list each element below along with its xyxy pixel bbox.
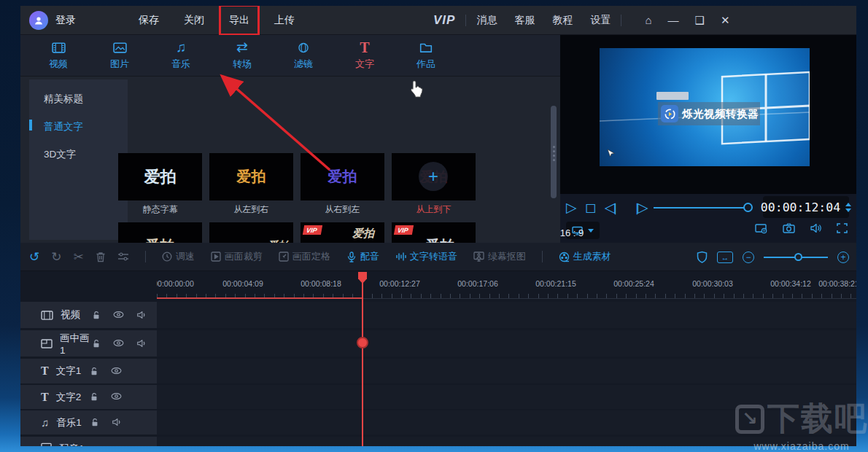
tab-label: 图片 — [110, 58, 129, 71]
effect-tile-bottom-to-top[interactable]: 爱拍 — [118, 222, 202, 243]
seek-knob[interactable] — [743, 203, 753, 212]
home-icon[interactable]: ⌂ — [645, 14, 651, 26]
tab-video[interactable]: 视频 — [36, 35, 80, 76]
lock-icon[interactable] — [90, 392, 98, 402]
timeline-ruler[interactable]: 00:00:00:00 00:00:04:09 00:00:08:18 00:0… — [157, 273, 856, 299]
play-button[interactable]: ▷ — [566, 200, 577, 217]
volume-icon[interactable] — [810, 223, 822, 234]
export-button[interactable]: 导出 — [229, 14, 249, 27]
ruler-tick: 00:00:08:18 — [301, 279, 341, 288]
tab-filter[interactable]: 滤镜 — [282, 35, 325, 76]
zoom-knob[interactable] — [794, 253, 802, 261]
playhead-handle[interactable] — [357, 337, 368, 348]
video-preview[interactable]: 烁光视频转换器 — [600, 48, 810, 166]
vip-button[interactable]: VIP — [433, 13, 455, 28]
visibility-eye-icon[interactable] — [113, 311, 124, 320]
text1-lane[interactable] — [157, 359, 856, 383]
display-settings-icon[interactable] — [755, 223, 768, 234]
settings-button[interactable]: 设置 — [590, 14, 611, 27]
upload-button[interactable]: 上传 — [274, 14, 295, 27]
effect-tile-steady-right[interactable]: 爱拍 — [209, 222, 293, 243]
step-up-icon[interactable] — [845, 203, 851, 206]
close-button[interactable]: ✕ — [721, 14, 730, 27]
tab-text[interactable]: T 文字 — [343, 35, 387, 76]
mute-speaker-icon[interactable] — [112, 418, 122, 427]
cut-button[interactable]: ✂ — [74, 249, 84, 265]
timecode-stepper[interactable] — [845, 203, 851, 212]
text2-lane[interactable] — [157, 385, 856, 409]
greenscreen-label: 绿幕抠图 — [488, 250, 526, 263]
tab-works[interactable]: 作品 — [404, 35, 448, 76]
music-lane[interactable] — [157, 410, 856, 435]
step-down-icon[interactable] — [845, 209, 851, 212]
visibility-eye-icon[interactable] — [113, 339, 124, 348]
generate-material-button[interactable]: 生成素材 — [559, 250, 611, 263]
sidebar-item-normal-text[interactable]: 普通文字 — [29, 113, 128, 141]
effect-preview-text: 爱拍 — [209, 153, 293, 200]
delete-button[interactable] — [96, 252, 106, 262]
minimize-button[interactable]: — — [667, 14, 678, 26]
maximize-button[interactable]: ❑ — [694, 14, 704, 27]
edit-toolbar: ↺ ↻ ✂ 调速 画面裁剪 画面定格 配音 文字转语音 绿幕抠图 — [20, 243, 856, 271]
dub-lane[interactable] — [157, 437, 856, 446]
timeline-zoom-slider[interactable] — [764, 257, 828, 258]
effect-tile-steady-up[interactable]: VIP 爱拍 — [301, 222, 384, 243]
video-lane[interactable] — [157, 302, 856, 328]
lock-icon[interactable] — [90, 367, 98, 376]
lock-icon[interactable] — [92, 311, 101, 320]
seek-slider[interactable] — [654, 207, 748, 209]
effect-tile-top-to-bottom[interactable]: 爱拍 + — [392, 153, 476, 200]
tab-transition[interactable]: ⇄ 转场 — [220, 35, 264, 76]
pip-lane[interactable] — [157, 330, 856, 356]
add-effect-button[interactable]: + — [419, 162, 448, 191]
tab-image[interactable]: 图片 — [98, 35, 142, 76]
effect-tile-left-to-right[interactable]: 爱拍 — [209, 153, 293, 200]
tts-button[interactable]: 文字转语音 — [395, 250, 457, 263]
crop-button[interactable]: 画面裁剪 — [211, 250, 263, 263]
tab-music[interactable]: ♫ 音乐 — [159, 35, 203, 76]
tutorial-button[interactable]: 教程 — [552, 14, 573, 27]
stop-button[interactable]: ◻ — [585, 200, 597, 217]
playhead-line[interactable] — [362, 273, 363, 446]
close-project-button[interactable]: 关闭 — [184, 14, 204, 27]
track-row-pip: 画中画1 — [20, 330, 856, 356]
mute-speaker-icon[interactable] — [136, 311, 147, 320]
undo-button[interactable]: ↺ — [29, 249, 39, 265]
speed-button[interactable]: 调速 — [162, 250, 195, 263]
track-settings-button[interactable] — [117, 252, 129, 262]
sidebar-item-fancy-titles[interactable]: 精美标题 — [29, 85, 128, 113]
prev-frame-button[interactable]: ◁▏ — [604, 200, 622, 217]
effect-tile-static[interactable]: 爱拍 — [118, 153, 202, 200]
aspect-ratio-dropdown[interactable]: 16 : 9 — [566, 222, 600, 239]
effect-tile-right-to-left[interactable]: 爱拍 — [301, 153, 384, 200]
fullscreen-icon[interactable] — [837, 223, 848, 234]
tab-label: 文字 — [355, 58, 374, 71]
lock-icon[interactable] — [90, 418, 99, 427]
zoom-out-button[interactable]: − — [743, 252, 754, 263]
timecode-box: 00:00:12:04 — [763, 196, 849, 218]
snapshot-camera-icon[interactable] — [783, 223, 795, 234]
messages-button[interactable]: 消息 — [476, 14, 497, 27]
dub-track-icon — [41, 443, 52, 446]
effect-preview-text: 爱拍 — [118, 153, 202, 200]
freeze-frame-button[interactable]: 画面定格 — [279, 250, 330, 263]
fit-timeline-icon[interactable]: ↔ — [717, 252, 733, 263]
support-button[interactable]: 客服 — [514, 14, 535, 27]
effect-preview-text: 爱拍 — [118, 222, 202, 243]
user-avatar[interactable] — [29, 11, 48, 30]
next-frame-button[interactable]: ▕▷ — [630, 200, 648, 217]
redo-button[interactable]: ↻ — [51, 249, 61, 265]
lock-icon[interactable] — [92, 339, 101, 348]
shield-icon[interactable] — [697, 251, 708, 263]
mute-speaker-icon[interactable] — [136, 339, 147, 348]
greenscreen-button[interactable]: 绿幕抠图 — [473, 250, 526, 263]
visibility-eye-icon[interactable] — [111, 392, 122, 402]
zoom-in-button[interactable]: + — [837, 252, 849, 263]
sidebar-item-3d-text[interactable]: 3D文字 — [29, 141, 128, 168]
effects-scrollbar[interactable] — [551, 106, 557, 198]
visibility-eye-icon[interactable] — [111, 367, 122, 376]
effect-tile-fade[interactable]: VIP 爱拍 — [392, 222, 476, 243]
save-button[interactable]: 保存 — [139, 14, 159, 27]
dub-button[interactable]: 配音 — [346, 250, 379, 263]
login-button[interactable]: 登录 — [55, 14, 76, 27]
